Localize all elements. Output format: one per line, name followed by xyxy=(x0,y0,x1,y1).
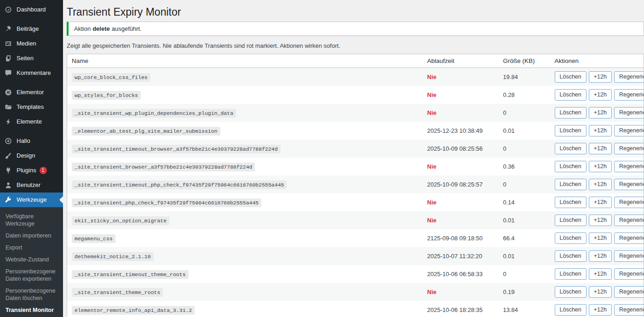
regenerate-button[interactable]: Regenerieren xyxy=(614,71,644,83)
extend-12h-button[interactable]: +12h xyxy=(589,286,612,298)
extend-12h-button[interactable]: +12h xyxy=(589,268,612,280)
regenerate-button[interactable]: Regenerieren xyxy=(614,250,644,262)
sidebar-item-label: Templates xyxy=(17,104,44,110)
name-cell: _site_transient_timeout_browser_a3f57bbe… xyxy=(67,140,423,158)
extend-12h-button[interactable]: +12h xyxy=(589,71,612,83)
regenerate-button[interactable]: Regenerieren xyxy=(614,197,644,208)
media-icon xyxy=(4,40,12,48)
delete-button[interactable]: Löschen xyxy=(555,179,586,190)
transient-name: _site_transient_timeout_browser_a3f57bbe… xyxy=(72,145,281,153)
regenerate-button[interactable]: Regenerieren xyxy=(614,125,644,136)
delete-button[interactable]: Löschen xyxy=(555,232,586,244)
delete-button[interactable]: Löschen xyxy=(555,125,586,136)
delete-button[interactable]: Löschen xyxy=(555,286,586,298)
extend-12h-button[interactable]: +12h xyxy=(589,232,612,244)
delete-button[interactable]: Löschen xyxy=(555,304,586,316)
transient-name: megamenu_css xyxy=(72,234,115,243)
table-row: elementor_remote_info_api_data_3.31.2202… xyxy=(67,301,644,317)
actions-cell: Löschen+12hRegenerieren xyxy=(550,140,644,158)
delete-button[interactable]: Löschen xyxy=(555,143,586,154)
table-row: _site_transient_timeout_theme_roots2025-… xyxy=(67,265,644,283)
sidebar-item-media[interactable]: Medien xyxy=(0,36,63,51)
regenerate-button[interactable]: Regenerieren xyxy=(614,304,644,316)
extend-12h-button[interactable]: +12h xyxy=(589,125,612,136)
submenu-item-personenbezogene-daten-löschen[interactable]: Personenbezogene Daten löschen xyxy=(0,285,63,304)
transient-name: _site_transient_theme_roots xyxy=(72,288,163,297)
delete-button[interactable]: Löschen xyxy=(555,250,586,262)
regenerate-button[interactable]: Regenerieren xyxy=(614,215,644,226)
delete-button[interactable]: Löschen xyxy=(555,268,586,280)
regenerate-button[interactable]: Regenerieren xyxy=(614,89,644,101)
sidebar-item-templates[interactable]: Templates xyxy=(0,100,63,114)
elementor-icon xyxy=(4,88,12,96)
regenerate-button[interactable]: Regenerieren xyxy=(614,179,644,190)
extend-12h-button[interactable]: +12h xyxy=(589,161,612,172)
sidebar-item-plugins[interactable]: Plugins1 xyxy=(0,163,63,178)
transient-name: _elementor_ab_test_plg_site_mailer_submi… xyxy=(72,127,220,136)
submenu-item-daten-importieren[interactable]: Daten importieren xyxy=(0,230,63,242)
delete-button[interactable]: Löschen xyxy=(555,197,586,208)
sidebar-item-label: Seiten xyxy=(17,55,34,62)
expiry-cell: Nie xyxy=(423,158,499,175)
delete-button[interactable]: Löschen xyxy=(555,107,586,119)
plugin-icon xyxy=(4,166,12,175)
size-cell: 0 xyxy=(499,140,550,158)
sidebar-item-tools[interactable]: Werkzeuge xyxy=(0,192,63,207)
name-cell: ekit_sticky_on_option_migrate xyxy=(67,211,423,229)
extend-12h-button[interactable]: +12h xyxy=(589,143,612,154)
column-header-actions: Aktionen xyxy=(550,54,644,68)
comment-icon xyxy=(4,69,12,77)
table-row: megamenu_css2125-09-08 09:18:5066.4Lösch… xyxy=(67,229,644,247)
sidebar-item-design[interactable]: Design xyxy=(0,148,63,163)
submenu-item-transient-monitor[interactable]: Transient Monitor xyxy=(0,304,63,316)
sidebar-item-label: Dashboard xyxy=(17,6,46,13)
notice-action-name: delete xyxy=(92,25,110,32)
name-cell: _site_transient_timeout_theme_roots xyxy=(67,265,423,283)
extend-12h-button[interactable]: +12h xyxy=(589,250,612,262)
extend-12h-button[interactable]: +12h xyxy=(589,179,612,190)
regenerate-button[interactable]: Regenerieren xyxy=(614,161,644,172)
sidebar-item-comments[interactable]: Kommentare xyxy=(0,66,63,80)
size-cell: 0.01 xyxy=(499,122,550,140)
submenu-item-personenbezogene-daten-exportieren[interactable]: Personenbezogene Daten exportieren xyxy=(0,266,63,285)
delete-button[interactable]: Löschen xyxy=(555,215,586,226)
sidebar-item-hallo[interactable]: Hallo xyxy=(0,134,63,148)
extend-12h-button[interactable]: +12h xyxy=(589,197,612,208)
size-cell: 66.4 xyxy=(499,229,550,247)
name-cell: _site_transient_browser_a3f57bbe21c4e303… xyxy=(67,158,423,175)
table-row: _site_transient_php_check_f97435f29f7596… xyxy=(67,193,644,211)
extend-12h-button[interactable]: +12h xyxy=(589,107,612,119)
submenu-item-export[interactable]: Export xyxy=(0,242,63,254)
regenerate-button[interactable]: Regenerieren xyxy=(614,268,644,280)
sidebar-item-pages[interactable]: Seiten xyxy=(0,51,63,66)
regenerate-button[interactable]: Regenerieren xyxy=(614,232,644,244)
extend-12h-button[interactable]: +12h xyxy=(589,89,612,101)
submenu-item-verfügbare-werkzeuge[interactable]: Verfügbare Werkzeuge xyxy=(0,210,63,230)
name-cell: _elementor_ab_test_plg_site_mailer_submi… xyxy=(67,122,423,140)
size-cell: 0.01 xyxy=(499,211,550,229)
actions-cell: Löschen+12hRegenerieren xyxy=(550,104,644,122)
submenu-item-website-zustand[interactable]: Website-Zustand xyxy=(0,254,63,266)
sidebar-item-label: Benutzer xyxy=(17,182,40,188)
column-header-size: Größe (KB) xyxy=(499,54,550,68)
sidebar-item-elementor[interactable]: Elementor xyxy=(0,85,63,100)
sidebar-item-elemente[interactable]: Elemente xyxy=(0,114,63,129)
sidebar-item-users[interactable]: Benutzer xyxy=(0,178,63,192)
expiry-cell: Nie xyxy=(423,104,499,122)
expiry-cell: 2025-10-06 06:58:33 xyxy=(423,265,499,283)
regenerate-button[interactable]: Regenerieren xyxy=(614,143,644,154)
name-cell: wp_core_block_css_files xyxy=(67,68,423,86)
extend-12h-button[interactable]: +12h xyxy=(589,304,612,316)
regenerate-button[interactable]: Regenerieren xyxy=(614,286,644,298)
transient-name: wp_core_block_css_files xyxy=(72,73,150,82)
sidebar-item-dashboard[interactable]: Dashboard xyxy=(0,2,63,17)
delete-button[interactable]: Löschen xyxy=(555,161,586,172)
menu-separator xyxy=(0,80,63,85)
delete-button[interactable]: Löschen xyxy=(555,71,586,83)
delete-button[interactable]: Löschen xyxy=(555,89,586,101)
sidebar-item-posts[interactable]: Beiträge xyxy=(0,22,63,36)
regenerate-button[interactable]: Regenerieren xyxy=(614,107,644,119)
admin-menu: DashboardBeiträgeMedienSeitenKommentareE… xyxy=(0,0,63,317)
extend-12h-button[interactable]: +12h xyxy=(589,215,612,226)
expiry-cell: 2025-10-09 08:25:57 xyxy=(423,175,499,193)
